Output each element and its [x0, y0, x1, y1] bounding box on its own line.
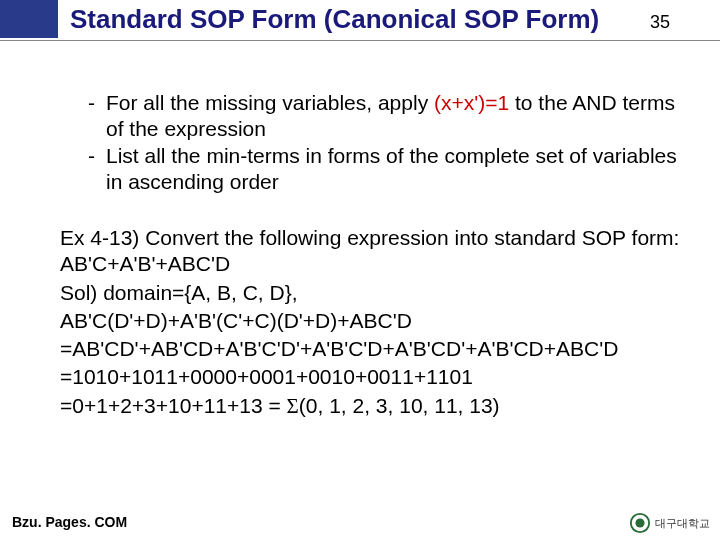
- bullet-text: List all the min-terms in forms of the c…: [106, 143, 680, 196]
- footer-brand: Bzu. Pages. COM: [12, 514, 127, 530]
- bullet-item: - For all the missing variables, apply (…: [88, 90, 680, 143]
- bullet-highlight: (x+x')=1: [434, 91, 509, 114]
- corner-decoration: [0, 0, 58, 38]
- bullet-prefix: For all the missing variables, apply: [106, 91, 434, 114]
- title-underline: [0, 40, 720, 41]
- bullet-text: For all the missing variables, apply (x+…: [106, 90, 680, 143]
- example-line6-suffix: (0, 1, 2, 3, 10, 11, 13): [299, 394, 500, 417]
- svg-point-1: [635, 518, 644, 527]
- page-number: 35: [650, 12, 700, 33]
- bullet-prefix: List all the min-terms in forms of the c…: [106, 144, 677, 193]
- example-line: Sol) domain={A, B, C, D},: [60, 280, 680, 306]
- slide-header: Standard SOP Form (Canonical SOP Form) 3…: [70, 4, 700, 35]
- example-line: AB'C(D'+D)+A'B'(C'+C)(D'+D)+ABC'D: [60, 308, 680, 334]
- bullet-item: - List all the min-terms in forms of the…: [88, 143, 680, 196]
- slide-title: Standard SOP Form (Canonical SOP Form): [70, 4, 650, 35]
- footer-university: 대구대학교: [629, 512, 710, 534]
- bullet-dash: -: [88, 90, 106, 116]
- example-line: =1010+1011+0000+0001+0010+0011+1101: [60, 364, 680, 390]
- example-line: =0+1+2+3+10+11+13 = Σ(0, 1, 2, 3, 10, 11…: [60, 393, 680, 419]
- university-name: 대구대학교: [655, 516, 710, 531]
- example-line6-prefix: =0+1+2+3+10+11+13 =: [60, 394, 287, 417]
- example-line: =AB'CD'+AB'CD+A'B'C'D'+A'B'C'D+A'B'CD'+A…: [60, 336, 680, 362]
- university-logo-icon: [629, 512, 651, 534]
- bullet-list: - For all the missing variables, apply (…: [88, 90, 680, 195]
- bullet-dash: -: [88, 143, 106, 169]
- example-line: Ex 4-13) Convert the following expressio…: [60, 225, 680, 278]
- example-block: Ex 4-13) Convert the following expressio…: [60, 225, 680, 419]
- sigma-symbol: Σ: [287, 394, 299, 418]
- slide-content: - For all the missing variables, apply (…: [60, 90, 680, 421]
